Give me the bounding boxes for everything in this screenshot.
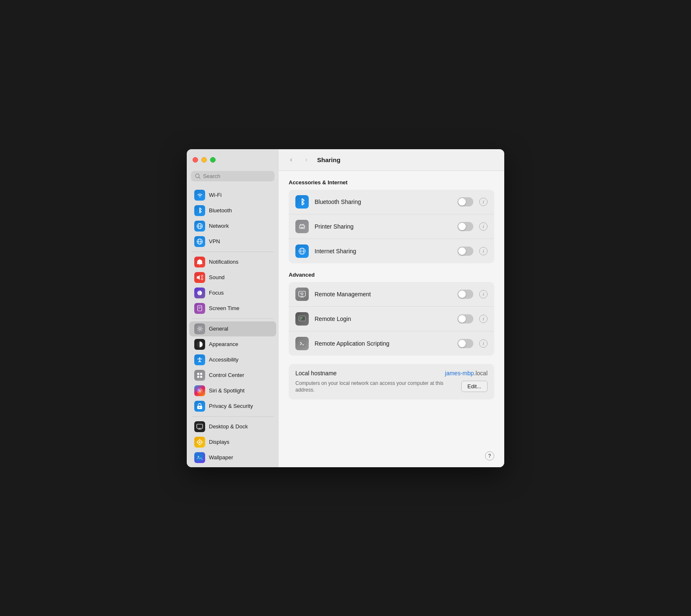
sidebar-item-label-sound: Sound: [209, 274, 225, 280]
svg-rect-15: [200, 376, 202, 378]
remote-management-icon: [295, 288, 309, 301]
sidebar-item-label-displays: Displays: [209, 439, 229, 445]
sidebar-item-accessibility[interactable]: Accessibility: [189, 352, 276, 367]
search-bar: [191, 171, 274, 181]
sidebar-item-label-vpn: VPN: [209, 238, 220, 244]
sidebar-item-label-screentime: Screen Time: [209, 305, 239, 311]
hostname-section: Local hostname james-mbp.local Computers…: [289, 364, 494, 400]
internet-sharing-info[interactable]: i: [479, 247, 488, 255]
sidebar-item-screentime[interactable]: Screen Time: [189, 301, 276, 316]
sidebar: Wi-Fi Bluetooth Network: [187, 149, 279, 467]
sidebar-item-appearance[interactable]: Appearance: [189, 337, 276, 352]
sidebar-item-controlcenter[interactable]: Control Center: [189, 368, 276, 383]
minimize-button[interactable]: [201, 157, 207, 163]
sidebar-item-wifi[interactable]: Wi-Fi: [189, 188, 276, 203]
remote-login-info[interactable]: i: [479, 315, 488, 323]
sidebar-item-privacy[interactable]: Privacy & Security: [189, 399, 276, 414]
remote-scripting-label: Remote Application Scripting: [315, 340, 452, 347]
divider-2: [192, 318, 274, 319]
sidebar-item-focus[interactable]: Focus: [189, 285, 276, 300]
svg-rect-23: [197, 455, 203, 461]
sidebar-item-displays[interactable]: Displays: [189, 435, 276, 450]
remote-management-info[interactable]: i: [479, 290, 488, 298]
bluetooth-sharing-icon: [295, 195, 309, 209]
remote-management-row: Remote Management i: [289, 282, 494, 307]
svg-rect-35: [299, 340, 305, 347]
remote-management-label: Remote Management: [315, 291, 452, 298]
help-button[interactable]: ?: [485, 451, 494, 461]
siri-icon: [194, 385, 205, 396]
sidebar-item-label-desktop: Desktop & Dock: [209, 423, 248, 430]
sidebar-item-label-appearance: Appearance: [209, 341, 238, 347]
sidebar-item-label-privacy: Privacy & Security: [209, 403, 253, 409]
remote-scripting-toggle[interactable]: [457, 339, 473, 348]
bluetooth-sharing-info[interactable]: i: [479, 198, 488, 206]
sidebar-item-sound[interactable]: Sound: [189, 270, 276, 285]
sidebar-item-label-wallpaper: Wallpaper: [209, 454, 233, 461]
hostname-description: Computers on your local network can acce…: [295, 380, 456, 394]
divider-3: [192, 416, 274, 417]
remote-scripting-row: Remote Application Scripting i: [289, 331, 494, 356]
search-icon: [195, 173, 201, 179]
printer-sharing-info[interactable]: i: [479, 222, 488, 231]
svg-rect-14: [197, 376, 199, 378]
internet-sharing-label: Internet Sharing: [315, 248, 452, 255]
sidebar-item-label-general: General: [209, 326, 228, 332]
printer-sharing-label: Printer Sharing: [315, 223, 452, 230]
controlcenter-icon: [194, 370, 205, 381]
remote-login-label: Remote Login: [315, 316, 452, 322]
search-input[interactable]: [203, 173, 270, 179]
bluetooth-sharing-toggle[interactable]: [457, 197, 473, 206]
accessories-group: Bluetooth Sharing i Printer Sharing i: [289, 190, 494, 263]
internet-sharing-row: Internet Sharing i: [289, 239, 494, 263]
sidebar-item-siri[interactable]: Siri & Spotlight: [189, 383, 276, 398]
printer-sharing-toggle[interactable]: [457, 222, 473, 231]
wifi-icon: [194, 190, 205, 201]
sidebar-item-label-wifi: Wi-Fi: [209, 192, 221, 198]
remote-scripting-info[interactable]: i: [479, 339, 488, 348]
hostname-name: james-mbp: [445, 370, 474, 377]
wallpaper-icon: [194, 452, 205, 463]
edit-button[interactable]: Edit...: [461, 381, 488, 392]
appearance-icon: [194, 339, 205, 350]
bluetooth-sharing-row: Bluetooth Sharing i: [289, 190, 494, 214]
sidebar-item-desktop[interactable]: Desktop & Dock: [189, 419, 276, 434]
remote-management-toggle[interactable]: [457, 290, 473, 299]
remote-login-row: $_ Remote Login i: [289, 307, 494, 331]
sidebar-item-general[interactable]: General: [189, 321, 276, 336]
divider-1: [192, 252, 274, 252]
remote-login-icon: $_: [295, 312, 309, 326]
sidebar-item-label-focus: Focus: [209, 290, 224, 296]
printer-sharing-row: Printer Sharing i: [289, 214, 494, 239]
svg-point-32: [301, 293, 303, 295]
sidebar-item-label-bluetooth: Bluetooth: [209, 207, 232, 214]
sidebar-item-notifications[interactable]: Notifications: [189, 255, 276, 270]
advanced-section-title: Advanced: [289, 272, 494, 278]
sidebar-item-network[interactable]: Network: [189, 219, 276, 234]
advanced-group: Remote Management i $_ Remote Login i: [289, 282, 494, 356]
sidebar-item-label-controlcenter: Control Center: [209, 372, 244, 378]
bluetooth-sharing-label: Bluetooth Sharing: [315, 199, 452, 205]
sidebar-item-vpn[interactable]: VPN: [189, 234, 276, 249]
accessories-section-title: Accessories & Internet: [289, 179, 494, 186]
svg-rect-31: [299, 291, 305, 296]
remote-scripting-icon: [295, 337, 309, 350]
page-title: Sharing: [317, 156, 340, 163]
main-content: ‹ › Sharing Accessories & Internet Bluet…: [279, 149, 504, 467]
back-button[interactable]: ‹: [285, 154, 297, 165]
internet-sharing-toggle[interactable]: [457, 247, 473, 256]
close-button[interactable]: [193, 157, 198, 163]
forward-button[interactable]: ›: [300, 154, 312, 165]
svg-rect-26: [300, 227, 304, 228]
svg-line-1: [199, 177, 200, 178]
sidebar-list: Wi-Fi Bluetooth Network: [187, 186, 279, 467]
printer-sharing-icon: [295, 220, 309, 233]
sidebar-item-label-network: Network: [209, 223, 229, 229]
hostname-suffix: .local: [474, 370, 488, 377]
remote-login-toggle[interactable]: [457, 314, 473, 323]
maximize-button[interactable]: [210, 157, 216, 163]
titlebar: [187, 149, 279, 171]
network-icon: [194, 221, 205, 232]
sidebar-item-wallpaper[interactable]: Wallpaper: [189, 450, 276, 465]
sidebar-item-bluetooth[interactable]: Bluetooth: [189, 203, 276, 218]
